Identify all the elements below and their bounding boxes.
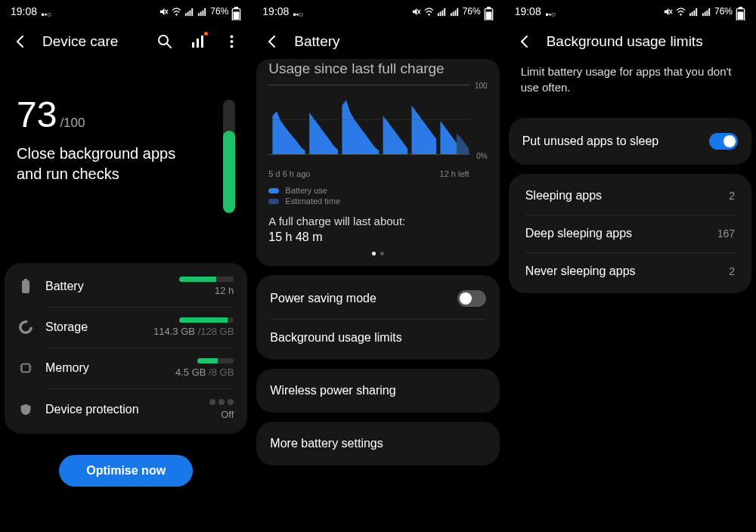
row-bg-limits[interactable]: Background usage limits (256, 319, 499, 357)
memory-used: 4.5 GB (175, 367, 206, 378)
screen-device-care: 19:08 76% Device care (0, 0, 252, 532)
status-battery-pct: 76% (463, 6, 481, 17)
mute-icon (411, 7, 421, 17)
svg-point-24 (230, 45, 233, 48)
page-desc: Limit battery usage for apps that you do… (504, 59, 756, 109)
deep-count: 167 (717, 227, 735, 240)
row-protection[interactable]: Device protection Off (5, 388, 247, 431)
svg-rect-59 (696, 8, 697, 15)
back-button[interactable] (12, 33, 29, 50)
svg-point-1 (45, 14, 47, 16)
app-bar: Device care (0, 23, 252, 59)
power-saving-toggle[interactable] (457, 290, 486, 307)
search-icon[interactable] (156, 33, 173, 50)
never-count: 2 (729, 265, 735, 277)
put-sleep-toggle[interactable] (709, 133, 738, 150)
svg-rect-44 (452, 11, 454, 16)
storage-total: /128 GB (198, 326, 234, 337)
more-label: More battery settings (270, 437, 383, 450)
status-bar: 19:08 76% (504, 0, 756, 23)
svg-rect-12 (203, 10, 204, 15)
row-deep[interactable]: Deep sleeping apps 167 (509, 215, 751, 252)
shield-icon (18, 402, 33, 417)
row-storage[interactable]: Storage 114.3 GB /128 GB (5, 307, 247, 348)
svg-rect-8 (190, 10, 191, 15)
row-memory[interactable]: Memory 4.5 GB /8 GB (5, 348, 247, 388)
row-power-saving[interactable]: Power saving mode (256, 278, 499, 319)
protection-value: Off (221, 409, 234, 420)
more-icon[interactable] (223, 33, 240, 50)
back-button[interactable] (516, 33, 533, 50)
row-more[interactable]: More battery settings (256, 425, 499, 462)
svg-point-22 (230, 36, 233, 39)
svg-rect-49 (485, 11, 491, 19)
svg-rect-21 (201, 36, 203, 48)
battery-icon (484, 7, 494, 17)
notification-icons (546, 7, 556, 17)
mute-icon (159, 7, 169, 17)
svg-rect-39 (438, 13, 439, 16)
status-battery-pct: 76% (210, 6, 228, 17)
svg-rect-35 (299, 13, 302, 16)
svg-rect-50 (546, 14, 548, 16)
device-stats-card: Battery 12 h Storage 114.3 GB /128 GB Me… (5, 263, 247, 434)
signal-icon (437, 7, 447, 17)
svg-rect-25 (24, 279, 27, 280)
screen-bg-limits: 19:08 76% Background usage limits Limit … (504, 0, 756, 532)
notification-icons (293, 7, 303, 17)
storage-row-icon (18, 320, 33, 335)
back-button[interactable] (264, 33, 280, 50)
row-put-sleep[interactable]: Put unused apps to sleep (509, 121, 751, 162)
score-block: 73/100 Close background apps and run che… (0, 59, 252, 221)
put-sleep-card: Put unused apps to sleep (509, 118, 751, 165)
protection-label: Device protection (45, 403, 197, 416)
wifi-icon (424, 7, 434, 17)
power-saving-label: Power saving mode (270, 292, 457, 305)
svg-rect-19 (192, 42, 194, 48)
status-bar: 19:08 76% (0, 0, 252, 23)
svg-point-51 (549, 14, 551, 16)
signal-icon (689, 7, 699, 17)
score-value: 73 (17, 94, 57, 135)
legend-est: Estimated time (285, 196, 340, 206)
chart-icon[interactable] (190, 33, 206, 50)
page-title: Background usage limits (547, 33, 744, 50)
wireless-card: Wireless power sharing (256, 369, 499, 413)
screen-battery: 19:08 76% Battery Usage since last full … (252, 0, 503, 532)
storage-used: 114.3 GB (153, 326, 195, 337)
svg-point-17 (159, 36, 168, 45)
score-denom: /100 (60, 116, 85, 130)
bg-limits-label: Background usage limits (270, 331, 401, 345)
row-wireless[interactable]: Wireless power sharing (256, 372, 499, 410)
svg-rect-20 (197, 39, 199, 48)
svg-point-27 (20, 322, 31, 332)
status-time: 19:08 (515, 5, 541, 17)
row-never[interactable]: Never sleeping apps 2 (509, 252, 751, 290)
xlabel-right: 12 h left (440, 169, 469, 178)
app-bar: Battery (252, 23, 503, 59)
page-title: Device care (42, 33, 143, 50)
row-battery[interactable]: Battery 12 h (5, 266, 247, 307)
app-bar: Background usage limits (504, 23, 756, 59)
xlabel-left: 5 d 6 h ago (268, 169, 310, 178)
battery-row-icon (18, 279, 33, 294)
svg-point-38 (428, 14, 429, 15)
legend-use: Battery use (285, 186, 327, 195)
signal-icon (184, 7, 194, 17)
signal-icon-2 (450, 7, 460, 17)
optimise-button[interactable]: Optimise now (59, 455, 193, 487)
memory-total: /8 GB (209, 367, 234, 378)
deep-label: Deep sleeping apps (525, 227, 632, 240)
more-card: More battery settings (256, 422, 499, 466)
battery-value: 12 h (215, 285, 234, 296)
row-sleeping[interactable]: Sleeping apps 2 (509, 177, 751, 215)
svg-point-5 (176, 14, 178, 15)
put-sleep-label: Put unused apps to sleep (522, 135, 709, 148)
memory-label: Memory (45, 361, 163, 375)
score-bar-fill (223, 131, 235, 214)
svg-rect-6 (185, 13, 187, 16)
usage-chart-card[interactable]: Usage since last full charge 100 0% 5 d … (256, 59, 499, 266)
svg-rect-61 (705, 11, 706, 16)
svg-point-34 (297, 14, 299, 16)
svg-rect-62 (706, 10, 708, 15)
